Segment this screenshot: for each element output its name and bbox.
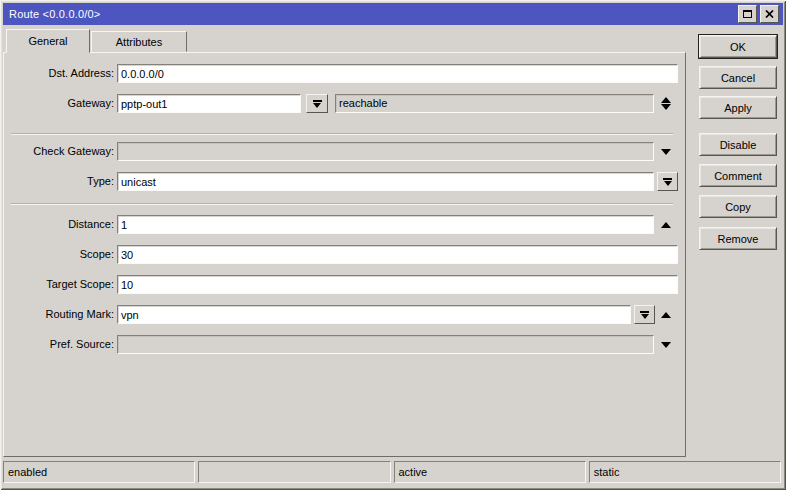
routing-mark-label: Routing Mark: (8, 305, 114, 324)
routing-mark-input[interactable] (117, 305, 631, 324)
maximize-button[interactable] (738, 5, 757, 23)
gateway-label: Gateway: (8, 94, 114, 113)
status-static: static (589, 461, 781, 483)
distance-collapse-button[interactable] (659, 215, 673, 234)
check-gateway-field (117, 142, 654, 161)
tab-attributes[interactable]: Attributes (91, 31, 187, 52)
scope-input[interactable] (117, 245, 678, 264)
status-enabled: enabled (3, 461, 195, 483)
scope-label: Scope: (8, 245, 114, 264)
dropdown-icon (640, 311, 649, 319)
section-separator (11, 133, 673, 135)
pref-source-label: Pref. Source: (8, 335, 114, 354)
gateway-dropdown-button[interactable] (306, 94, 328, 113)
disable-button[interactable]: Disable (699, 133, 777, 156)
tab-general[interactable]: General (6, 29, 90, 53)
routing-mark-collapse-button[interactable] (659, 305, 673, 324)
status-empty (198, 461, 390, 483)
maximize-icon (743, 10, 752, 18)
dst-address-input[interactable] (117, 64, 678, 83)
ok-button[interactable]: OK (699, 35, 777, 58)
comment-button[interactable]: Comment (699, 164, 777, 187)
cancel-button[interactable]: Cancel (699, 66, 777, 89)
up-arrow-icon (661, 312, 671, 318)
general-tab-page: Dst. Address: Gateway: reachable Check G… (3, 52, 686, 457)
close-icon (765, 10, 774, 18)
remove-button[interactable]: Remove (699, 227, 777, 250)
down-arrow-icon (661, 104, 671, 110)
type-input[interactable] (117, 172, 654, 191)
close-button[interactable] (760, 5, 779, 23)
check-gateway-label: Check Gateway: (8, 142, 114, 161)
check-gateway-expand-button[interactable] (659, 142, 673, 161)
status-active: active (394, 461, 586, 483)
section-separator (11, 203, 673, 205)
target-scope-label: Target Scope: (8, 275, 114, 294)
distance-input[interactable] (117, 215, 654, 234)
target-scope-input[interactable] (117, 275, 678, 294)
pref-source-expand-button[interactable] (659, 335, 673, 354)
gateway-input[interactable] (117, 94, 301, 113)
tab-general-label: General (28, 35, 67, 47)
down-arrow-icon (661, 149, 671, 155)
up-arrow-icon (661, 97, 671, 103)
titlebar[interactable]: Route <0.0.0.0/0> (3, 3, 783, 25)
status-bar: enabled active static (3, 461, 781, 483)
down-arrow-icon (661, 342, 671, 348)
copy-button[interactable]: Copy (699, 195, 777, 218)
route-dialog-window: Route <0.0.0.0/0> General Attributes Dst… (0, 0, 786, 490)
distance-label: Distance: (8, 215, 114, 234)
gateway-status-field: reachable (335, 94, 654, 113)
dropdown-icon (313, 100, 322, 108)
tab-attributes-label: Attributes (116, 36, 162, 48)
type-label: Type: (8, 172, 114, 191)
type-dropdown-button[interactable] (657, 172, 678, 191)
pref-source-field (117, 335, 654, 354)
dropdown-icon (663, 178, 672, 186)
dst-address-label: Dst. Address: (8, 64, 114, 83)
up-arrow-icon (661, 222, 671, 228)
routing-mark-dropdown-button[interactable] (634, 305, 655, 324)
window-title: Route <0.0.0.0/0> (3, 8, 100, 20)
apply-button[interactable]: Apply (699, 96, 777, 119)
gateway-add-remove-control[interactable] (659, 94, 673, 113)
titlebar-buttons (738, 5, 779, 23)
